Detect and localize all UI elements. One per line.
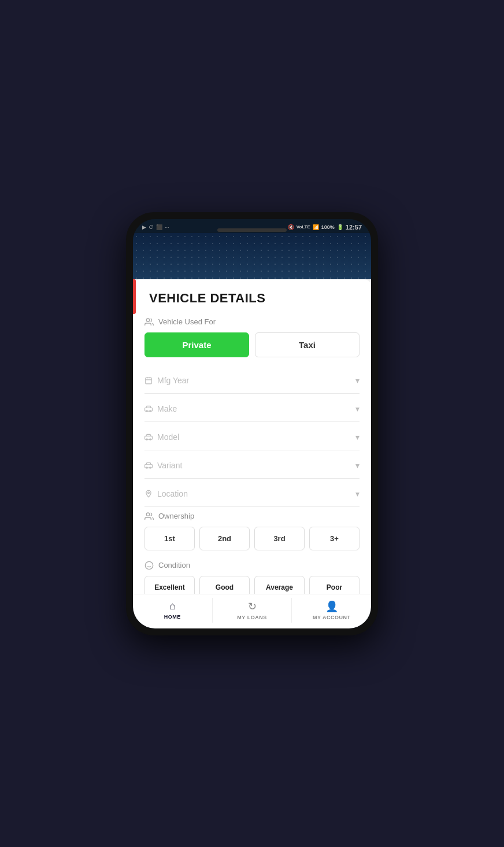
svg-rect-11: [145, 464, 153, 468]
time-label: 12:57: [346, 224, 362, 231]
phone-frame: ▶ ⏱ ⬛ ··· 🔇 VoLTE 📶 100% 🔋 12:57 VEHICLE: [126, 212, 378, 635]
svg-rect-8: [145, 436, 153, 439]
page-title: VEHICLE DETAILS: [149, 291, 360, 306]
ownership-label: Ownership: [144, 512, 360, 521]
notch: [217, 228, 287, 232]
account-icon: 👤: [325, 600, 338, 613]
red-accent-bar: [133, 279, 136, 314]
make-dropdown[interactable]: Make ▾: [144, 396, 360, 422]
ownership-3plus[interactable]: 3+: [309, 527, 360, 550]
ownership-3rd[interactable]: 3rd: [254, 527, 305, 550]
content-area: VEHICLE DETAILS Vehicle Used For Private…: [133, 279, 371, 594]
home-label: HOME: [164, 614, 181, 620]
vehicle-used-for-toggle: Private Taxi: [144, 332, 360, 357]
nav-myaccount[interactable]: 👤 MY ACCOUNT: [292, 598, 371, 623]
condition-icon: [144, 561, 154, 570]
car-icon-model: [144, 433, 153, 441]
condition-poor[interactable]: Poor: [309, 576, 360, 594]
condition-good[interactable]: Good: [199, 576, 250, 594]
location-dropdown[interactable]: Location ▾: [144, 481, 360, 507]
svg-rect-1: [146, 378, 152, 384]
model-dropdown[interactable]: Model ▾: [144, 424, 360, 450]
users-icon: [144, 317, 154, 327]
nav-myloans[interactable]: ↻ MY LOANS: [213, 598, 292, 623]
icon-play: ▶: [142, 224, 146, 230]
svg-point-15: [146, 513, 149, 516]
location-icon: [144, 490, 153, 498]
condition-average[interactable]: Average: [254, 576, 305, 594]
svg-rect-5: [145, 408, 153, 411]
battery-label: 100%: [321, 224, 335, 230]
status-left: ▶ ⏱ ⬛ ···: [142, 224, 169, 230]
mfg-year-dropdown[interactable]: Mfg Year ▾: [144, 368, 360, 394]
battery-icon: 🔋: [337, 224, 343, 230]
condition-label: Condition: [144, 561, 360, 570]
ownership-2nd[interactable]: 2nd: [199, 527, 250, 550]
myloans-label: MY LOANS: [237, 615, 266, 620]
car-icon-variant: [144, 461, 153, 469]
nav-home[interactable]: ⌂ HOME: [133, 598, 213, 623]
variant-dropdown[interactable]: Variant ▾: [144, 453, 360, 479]
condition-excellent[interactable]: Excellent: [144, 576, 195, 594]
mute-icon: 🔇: [288, 224, 294, 230]
calendar-icon: [144, 376, 153, 384]
private-button[interactable]: Private: [144, 332, 249, 357]
loans-icon: ↻: [248, 600, 257, 613]
ownership-1st[interactable]: 1st: [144, 527, 195, 550]
status-right: 🔇 VoLTE 📶 100% 🔋 12:57: [288, 224, 362, 231]
bottom-nav: ⌂ HOME ↻ MY LOANS 👤 MY ACCOUNT: [133, 594, 371, 628]
condition-options: Excellent Good Average Poor: [144, 576, 360, 594]
ownership-options: 1st 2nd 3rd 3+: [144, 527, 360, 550]
white-card: VEHICLE DETAILS Vehicle Used For Private…: [133, 279, 371, 594]
vehicle-used-for-label: Vehicle Used For: [144, 317, 360, 327]
myaccount-label: MY ACCOUNT: [313, 615, 351, 620]
wifi-icon: 📶: [313, 224, 319, 230]
chevron-model: ▾: [355, 432, 360, 442]
volte-icon: VoLTE: [297, 224, 310, 230]
car-icon-make: [144, 405, 153, 413]
icon-more: ···: [165, 224, 169, 230]
chevron-make: ▾: [355, 404, 360, 413]
svg-point-14: [148, 491, 150, 493]
taxi-button[interactable]: Taxi: [255, 332, 360, 357]
map-background: [133, 233, 371, 279]
chevron-location: ▾: [355, 489, 360, 498]
chevron-mfg-year: ▾: [355, 376, 360, 385]
svg-point-0: [146, 319, 149, 321]
icon-timer: ⏱: [149, 224, 154, 230]
map-dots: [133, 233, 371, 279]
icon-cast: ⬛: [156, 224, 162, 230]
svg-point-16: [145, 561, 153, 569]
phone-screen: ▶ ⏱ ⬛ ··· 🔇 VoLTE 📶 100% 🔋 12:57 VEHICLE: [133, 219, 371, 628]
home-icon: ⌂: [169, 600, 176, 612]
ownership-icon: [144, 512, 154, 521]
status-bar: ▶ ⏱ ⬛ ··· 🔇 VoLTE 📶 100% 🔋 12:57: [133, 219, 371, 233]
chevron-variant: ▾: [355, 461, 360, 470]
